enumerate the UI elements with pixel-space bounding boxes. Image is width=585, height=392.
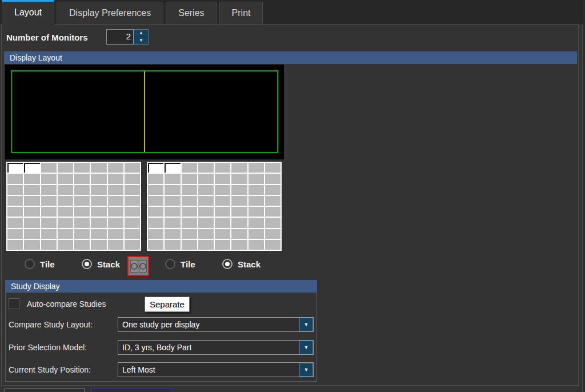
layout-grid-cell[interactable] xyxy=(74,240,90,250)
layout-grid-cell[interactable] xyxy=(108,196,123,206)
layout-grid-cell[interactable] xyxy=(215,196,230,206)
layout-grid-cell[interactable] xyxy=(215,174,230,183)
layout-grid-cell[interactable] xyxy=(74,207,90,217)
layout-grid-cell[interactable] xyxy=(231,240,247,250)
layout-grid-cell[interactable] xyxy=(249,240,264,250)
layout-grid-cell[interactable] xyxy=(265,218,281,227)
layout-grid-cell[interactable] xyxy=(91,240,106,250)
layout-grid-cell[interactable] xyxy=(58,229,73,239)
layout-grid-cell[interactable] xyxy=(231,218,247,227)
layout-grid-cell[interactable] xyxy=(58,196,73,206)
current-study-position-dropdown[interactable]: Left Most ▼ xyxy=(118,362,314,377)
layout-grid-cell[interactable] xyxy=(58,240,73,250)
dropdown-arrow-icon[interactable]: ▼ xyxy=(299,341,313,354)
layout-grid-cell[interactable] xyxy=(265,196,281,206)
layout-grid-cell[interactable] xyxy=(24,218,39,227)
spin-down-button[interactable]: ▼ xyxy=(134,37,148,44)
layout-grid-cell[interactable] xyxy=(148,185,163,195)
layout-grid-cell[interactable] xyxy=(24,196,39,206)
layout-grid-cell[interactable] xyxy=(7,196,23,206)
layout-grid-cell[interactable] xyxy=(182,218,197,227)
layout-grid-cell[interactable] xyxy=(165,185,180,195)
layout-grid-cell[interactable] xyxy=(198,185,214,195)
layout-grid-cell[interactable] xyxy=(215,185,230,195)
layout-grid-cell[interactable] xyxy=(7,185,23,195)
layout-grid-cell[interactable] xyxy=(41,174,57,183)
layout-grid-cell[interactable] xyxy=(125,207,140,217)
monitor2-tile-radio[interactable]: Tile xyxy=(165,259,195,269)
layout-grid-cell[interactable] xyxy=(265,185,281,195)
dropdown-arrow-icon[interactable]: ▼ xyxy=(299,363,313,377)
layout-grid-cell[interactable] xyxy=(74,218,90,227)
layout-grid-cell[interactable] xyxy=(74,185,90,195)
layout-grid-cell[interactable] xyxy=(108,163,123,173)
layout-grid-cell[interactable] xyxy=(215,240,230,250)
layout-grid-cell[interactable] xyxy=(58,218,73,227)
link-displays-button[interactable] xyxy=(127,256,149,276)
layout-grid-cell[interactable] xyxy=(58,174,73,183)
layout-grid-cell[interactable] xyxy=(91,207,106,217)
layout-grid-cell[interactable] xyxy=(265,207,281,217)
layout-grid-cell[interactable] xyxy=(24,240,39,250)
layout-grid-cell[interactable] xyxy=(91,185,106,195)
layout-grid-cell[interactable] xyxy=(58,207,73,217)
layout-grid-cell[interactable] xyxy=(91,218,106,227)
monitor-1-preview[interactable] xyxy=(12,71,144,152)
layout-grid-cell[interactable] xyxy=(182,174,197,183)
layout-grid-cell[interactable] xyxy=(148,196,163,206)
bottom-partial-button-1[interactable] xyxy=(5,389,85,392)
layout-grid-cell[interactable] xyxy=(7,218,23,227)
tab-print[interactable]: Print xyxy=(219,2,263,24)
layout-grid-cell[interactable] xyxy=(125,240,140,250)
layout-grid-cell[interactable] xyxy=(24,207,39,217)
layout-grid-cell[interactable] xyxy=(198,207,214,217)
layout-grid-cell[interactable] xyxy=(24,174,39,183)
layout-grid-cell[interactable] xyxy=(58,185,73,195)
layout-grid-cell[interactable] xyxy=(24,163,39,173)
layout-grid-cell[interactable] xyxy=(265,174,281,183)
prior-selection-model-dropdown[interactable]: ID, 3 yrs, Body Part ▼ xyxy=(118,340,314,355)
layout-grid-cell[interactable] xyxy=(148,218,163,227)
layout-grid-cell[interactable] xyxy=(91,174,106,183)
layout-grid-cell[interactable] xyxy=(148,240,163,250)
layout-grid-cell[interactable] xyxy=(125,163,140,173)
monitor-count-value[interactable]: 2 xyxy=(106,29,134,45)
layout-grid-cell[interactable] xyxy=(108,174,123,183)
layout-grid-cell[interactable] xyxy=(108,240,123,250)
layout-grid-cell[interactable] xyxy=(231,196,247,206)
layout-grid-cell[interactable] xyxy=(215,229,230,239)
layout-grid-cell[interactable] xyxy=(41,163,57,173)
layout-grid-cell[interactable] xyxy=(165,240,180,250)
layout-grid-cell[interactable] xyxy=(198,240,214,250)
layout-grid-cell[interactable] xyxy=(41,229,57,239)
tab-display-preferences[interactable]: Display Preferences xyxy=(57,2,163,24)
layout-grid-cell[interactable] xyxy=(249,229,264,239)
auto-compare-checkbox[interactable] xyxy=(9,298,19,309)
layout-grid-cell[interactable] xyxy=(58,163,73,173)
layout-grid-cell[interactable] xyxy=(249,196,264,206)
layout-grid-cell[interactable] xyxy=(198,163,214,173)
monitor1-tile-radio[interactable]: Tile xyxy=(25,259,55,269)
layout-grid-cell[interactable] xyxy=(165,163,180,173)
tab-series[interactable]: Series xyxy=(166,2,217,24)
layout-grid-cell[interactable] xyxy=(74,174,90,183)
monitor1-stack-radio[interactable]: Stack xyxy=(82,259,120,269)
layout-grid-cell[interactable] xyxy=(182,240,197,250)
layout-grid-cell[interactable] xyxy=(165,229,180,239)
layout-grid-cell[interactable] xyxy=(198,196,214,206)
layout-grid-cell[interactable] xyxy=(215,207,230,217)
layout-grid-cell[interactable] xyxy=(231,185,247,195)
layout-grid-cell[interactable] xyxy=(249,163,264,173)
layout-grid-cell[interactable] xyxy=(231,174,247,183)
layout-grid-cell[interactable] xyxy=(148,229,163,239)
layout-grid-cell[interactable] xyxy=(148,207,163,217)
compare-study-layout-dropdown[interactable]: One study per display ▼ xyxy=(118,317,314,332)
layout-grid-cell[interactable] xyxy=(182,185,197,195)
layout-grid-cell[interactable] xyxy=(7,207,23,217)
layout-grid-cell[interactable] xyxy=(231,163,247,173)
layout-grid-cell[interactable] xyxy=(108,185,123,195)
layout-grid-cell[interactable] xyxy=(165,196,180,206)
layout-grid-cell[interactable] xyxy=(41,196,57,206)
layout-grid-cell[interactable] xyxy=(249,218,264,227)
layout-grid-cell[interactable] xyxy=(108,207,123,217)
